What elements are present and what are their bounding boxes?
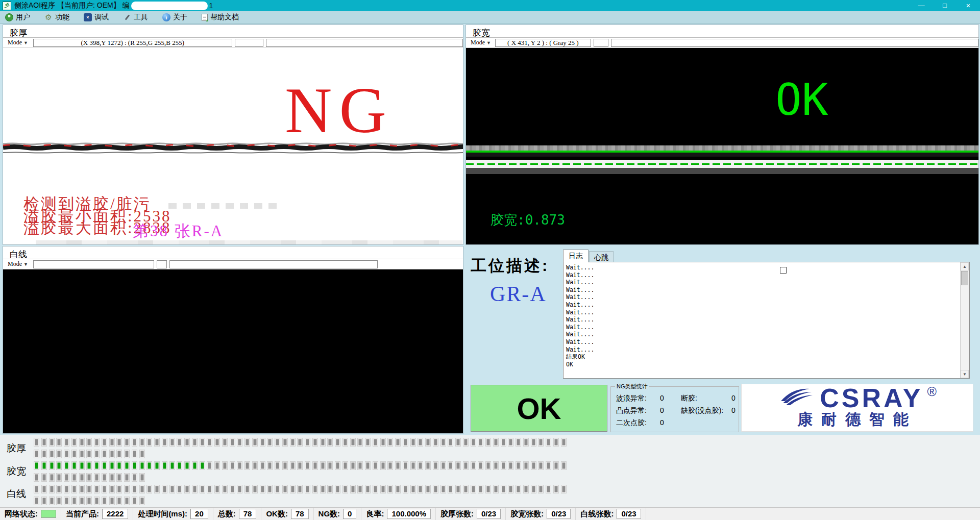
indicator-cell — [64, 461, 69, 470]
scroll-down-icon[interactable]: ▼ — [961, 370, 969, 378]
mode-label: Mode — [8, 260, 22, 268]
indicator-cell — [260, 485, 265, 493]
indicator-cell — [448, 461, 453, 470]
indicator-cell — [425, 485, 431, 493]
mode-dropdown[interactable]: Mode ▼ — [8, 260, 28, 268]
indicator-row — [34, 485, 567, 493]
indicator-cell — [86, 485, 92, 493]
status-item: 总数:78 — [213, 508, 262, 520]
indicator-cell — [116, 497, 122, 505]
indicator-cell — [64, 485, 69, 493]
indicator-cell — [79, 497, 85, 505]
indicator-cell — [94, 473, 100, 482]
indicator-cell — [139, 450, 145, 458]
indicator-cell — [79, 485, 85, 493]
close-button[interactable]: × — [957, 0, 980, 11]
log-checkbox[interactable] — [780, 267, 787, 274]
indicator-cell — [41, 450, 47, 458]
indicator-cell — [275, 461, 280, 470]
stat-value: 0 — [731, 406, 736, 414]
indicator-cell — [116, 450, 122, 458]
station-description-value: GR-A — [490, 282, 547, 306]
indicator-cell — [440, 461, 446, 470]
menu-item-about[interactable]: i关于 — [162, 13, 187, 22]
indicator-cell — [41, 497, 47, 505]
indicator-cell — [508, 438, 513, 447]
tools-icon — [123, 13, 131, 21]
tab-log[interactable]: 日志 — [563, 250, 589, 262]
log-line: Wait.... — [566, 338, 969, 346]
overall-result-indicator: OK — [471, 385, 607, 432]
status-label: 胶宽张数: — [510, 509, 544, 519]
indicator-cell — [380, 485, 386, 493]
indicator-cell — [433, 485, 438, 493]
log-panel[interactable]: Wait....Wait....Wait....Wait....Wait....… — [563, 262, 970, 379]
indicator-cell — [312, 461, 318, 470]
mode-dropdown[interactable]: Mode ▼ — [8, 39, 28, 46]
indicator-cell — [79, 450, 85, 458]
stat-value: 0 — [660, 406, 664, 414]
ng-stats-title: NG类型统计 — [615, 383, 649, 390]
indicator-cell — [546, 461, 551, 470]
indicator-cell — [463, 485, 469, 493]
log-line: Wait.... — [566, 309, 969, 316]
panel-glue-thickness-title: 胶厚 — [3, 25, 463, 38]
faint-artifact — [168, 203, 277, 209]
indicator-cell — [282, 461, 288, 470]
indicator-cell — [252, 438, 258, 447]
scroll-up-icon[interactable]: ▲ — [961, 262, 969, 270]
indicator-cell — [501, 485, 506, 493]
indicator-cell — [410, 438, 416, 447]
status-value: 20 — [190, 509, 208, 519]
menu-item-tools[interactable]: 工具 — [123, 13, 148, 22]
menu-item-help-doc[interactable]: 帮助文档 — [202, 13, 239, 22]
indicator-cell — [365, 485, 371, 493]
indicator-cell — [523, 461, 529, 470]
menu-item-label: 功能 — [55, 13, 69, 22]
stat-label: 缺胶(没点胶): — [681, 406, 723, 415]
indicator-cell — [305, 438, 310, 447]
glue-thickness-image[interactable]: NG 检测到溢胶/脏污 溢胶最小面积:2538 溢胶最大面积:2838 第38 … — [3, 48, 463, 244]
indicator-cell — [501, 438, 506, 447]
status-label: 网络状态: — [5, 509, 38, 519]
status-label: NG数: — [318, 509, 340, 519]
mode-dropdown[interactable]: Mode ▼ — [471, 39, 491, 46]
glue-line-trace — [466, 142, 978, 174]
readout-aux-field — [157, 260, 167, 268]
indicator-cell — [86, 497, 92, 505]
indicator-cell — [244, 485, 250, 493]
indicator-cell — [538, 438, 544, 447]
log-scrollbar[interactable]: ▲ ▼ — [960, 262, 969, 378]
indicator-cell — [71, 461, 77, 470]
status-item: NG数:0 — [314, 508, 362, 520]
white-line-image[interactable] — [3, 269, 463, 433]
indicator-cell — [508, 485, 513, 493]
menu-item-debug[interactable]: ×调试 — [84, 13, 109, 22]
stat-label: 波浪异常: — [616, 394, 647, 403]
indicator-cell — [116, 473, 122, 482]
menu-item-user[interactable]: 用户 — [5, 13, 30, 22]
indicator-cell — [200, 438, 205, 447]
indicator-cell — [493, 461, 499, 470]
indicator-cell — [305, 461, 310, 470]
status-label: 白线张数: — [580, 509, 614, 519]
indicator-cell — [267, 438, 273, 447]
pixel-readout: ( X 431, Y 2 ) : ( Gray 25 ) — [495, 39, 591, 47]
tab-heartbeat[interactable]: 心跳 — [589, 251, 614, 262]
glue-width-image[interactable]: OK 胶宽:0.873 — [466, 48, 978, 244]
log-line: Wait.... — [566, 264, 969, 271]
maximize-button[interactable]: □ — [933, 0, 957, 11]
log-line: Wait.... — [566, 324, 969, 331]
mode-label: Mode — [8, 39, 22, 46]
indicator-cell — [56, 450, 62, 458]
log-line: Wait.... — [566, 346, 969, 354]
indicator-cell — [395, 438, 401, 447]
menu-item-gear[interactable]: ⚙功能 — [44, 13, 69, 22]
vendor-logo: CSRAY ® 康耐德智能 — [741, 384, 973, 432]
minimize-button[interactable]: — — [910, 0, 933, 11]
scrollbar-thumb[interactable] — [961, 271, 968, 285]
status-label: 当前产品: — [66, 509, 99, 519]
indicator-cell — [124, 450, 130, 458]
indicator-cell — [146, 461, 152, 470]
indicator-group-label: 白线 — [7, 487, 26, 501]
